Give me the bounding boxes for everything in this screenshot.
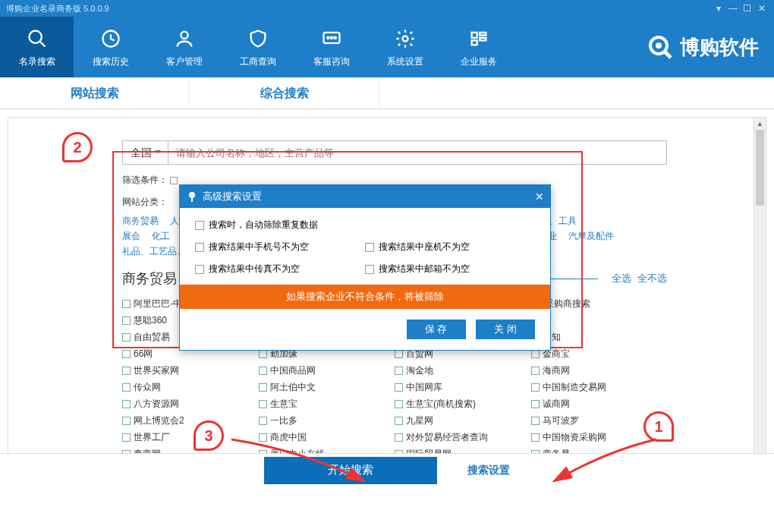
- site-label: 诚商网: [543, 395, 570, 412]
- site-checkbox[interactable]: [259, 417, 267, 425]
- scroll-thumb[interactable]: [756, 130, 764, 206]
- modal-close-icon[interactable]: ✕: [535, 190, 544, 203]
- pin-icon: [186, 190, 198, 203]
- site-label: 阿里巴巴-中: [134, 295, 182, 312]
- opt-label: 搜索结果中邮箱不为空: [379, 263, 470, 275]
- scroll-up-icon[interactable]: ▲: [754, 118, 766, 130]
- nav-search[interactable]: 名录搜索: [0, 17, 74, 77]
- grid-cell: 生意宝(商机搜索): [395, 395, 531, 412]
- site-checkbox[interactable]: [122, 367, 131, 375]
- site-checkbox[interactable]: [259, 383, 267, 392]
- modal-title: 高级搜索设置: [203, 190, 262, 203]
- top-nav: 名录搜索 搜索历史 客户管理 工商查询 客服咨询 系统设置 企业服务 博购软件: [0, 17, 774, 77]
- nav-support[interactable]: 客服咨询: [294, 17, 368, 77]
- site-checkbox[interactable]: [395, 433, 403, 442]
- site-label: 慧聪360: [134, 312, 167, 329]
- cat-link[interactable]: 展会: [122, 231, 140, 241]
- close-icon[interactable]: ✕: [756, 3, 768, 14]
- grid-cell: 中国网库: [395, 379, 531, 395]
- grid-cell: 网上博览会2: [122, 412, 259, 429]
- site-label: 阿土伯中文: [270, 379, 316, 395]
- site-label: 世界买家网: [134, 362, 179, 379]
- clock-icon: [99, 27, 123, 51]
- site-checkbox[interactable]: [395, 350, 403, 358]
- search-input[interactable]: [168, 141, 666, 164]
- grid-cell: 对外贸易经营者查询: [395, 429, 531, 445]
- maximize-icon[interactable]: ☐: [741, 3, 754, 14]
- site-checkbox[interactable]: [122, 383, 131, 392]
- site-label: 八方资源网: [134, 395, 179, 412]
- site-checkbox[interactable]: [531, 400, 540, 408]
- close-button[interactable]: 关 闭: [476, 320, 535, 339]
- site-label: 网上博览会2: [134, 412, 184, 429]
- site-label: 中国制造交易网: [543, 379, 606, 395]
- dropdown-icon[interactable]: ▾: [713, 3, 725, 14]
- grid-row: 世界工厂商虎中国对外贸易经营者查询中国物资采购网: [122, 429, 667, 445]
- site-checkbox[interactable]: [259, 400, 267, 408]
- opt-dedup-checkbox[interactable]: [195, 221, 204, 230]
- site-checkbox[interactable]: [395, 383, 403, 392]
- svg-line-15: [665, 52, 671, 58]
- window-buttons: ▾ — ☐ ✕: [713, 3, 768, 14]
- save-button[interactable]: 保 存: [407, 320, 466, 339]
- site-checkbox[interactable]: [395, 417, 403, 425]
- opt-label: 搜索结果中传真不为空: [209, 263, 300, 275]
- scrollbar[interactable]: ▲ ▼: [754, 118, 766, 478]
- nav-enterprise[interactable]: 企业服务: [442, 17, 515, 77]
- filter-checkbox[interactable]: [170, 177, 178, 184]
- gear-icon: [393, 27, 417, 51]
- site-checkbox[interactable]: [531, 433, 540, 442]
- grid-cell: 九星网: [395, 412, 531, 429]
- select-none[interactable]: 全不选: [637, 272, 667, 285]
- opt-label: 搜索时，自动筛除重复数据: [209, 219, 318, 231]
- opt-fax-checkbox[interactable]: [195, 265, 204, 274]
- section-title: 商务贸易: [122, 269, 177, 288]
- site-checkbox[interactable]: [122, 333, 131, 342]
- svg-point-0: [29, 30, 41, 42]
- svg-rect-11: [480, 37, 486, 40]
- site-checkbox[interactable]: [531, 417, 540, 425]
- opt-landline-checkbox[interactable]: [365, 243, 374, 252]
- site-checkbox[interactable]: [259, 350, 267, 358]
- search-settings-link[interactable]: 搜索设置: [467, 464, 510, 477]
- site-checkbox[interactable]: [122, 350, 131, 358]
- opt-mobile-checkbox[interactable]: [195, 243, 204, 252]
- cat-link[interactable]: 化工: [152, 231, 170, 241]
- bottom-bar: 开始搜索 搜索设置: [0, 453, 774, 486]
- nav-business[interactable]: 工商查询: [221, 17, 294, 77]
- svg-rect-10: [480, 32, 486, 35]
- minimize-icon[interactable]: —: [727, 3, 739, 14]
- site-checkbox[interactable]: [122, 417, 131, 425]
- site-checkbox[interactable]: [395, 400, 403, 408]
- tab-combined-search[interactable]: 综合搜索: [190, 77, 379, 109]
- region-select[interactable]: 全国: [123, 141, 168, 164]
- modal-footer: 保 存 关 闭: [195, 320, 535, 339]
- site-checkbox[interactable]: [395, 367, 403, 375]
- brand-icon: [647, 33, 674, 61]
- nav-history[interactable]: 搜索历史: [74, 17, 147, 77]
- grid-cell: 金商宝: [531, 345, 668, 362]
- site-checkbox[interactable]: [259, 367, 267, 375]
- opt-email-checkbox[interactable]: [365, 265, 374, 274]
- cat-link[interactable]: 商务贸易: [122, 216, 159, 226]
- site-checkbox[interactable]: [122, 300, 131, 308]
- site-checkbox[interactable]: [122, 400, 131, 408]
- select-all[interactable]: 全选: [612, 272, 631, 285]
- cat-link[interactable]: 礼品、工艺品、: [122, 246, 186, 257]
- nav-settings[interactable]: 系统设置: [368, 17, 442, 77]
- start-search-button[interactable]: 开始搜索: [264, 457, 437, 484]
- site-checkbox[interactable]: [531, 383, 540, 392]
- site-checkbox[interactable]: [122, 433, 131, 442]
- nav-customers[interactable]: 客户管理: [147, 17, 221, 77]
- svg-point-14: [656, 42, 662, 49]
- cat-link[interactable]: 汽摩及配件: [568, 231, 614, 241]
- site-checkbox[interactable]: [531, 350, 540, 358]
- tab-website-search[interactable]: 网站搜索: [0, 77, 190, 109]
- grid-cell: -采购商搜索: [531, 295, 668, 312]
- grid-cell: 中国物资采购网: [531, 429, 668, 445]
- site-label: 对外贸易经营者查询: [406, 429, 488, 445]
- site-checkbox[interactable]: [531, 367, 540, 375]
- site-checkbox[interactable]: [259, 433, 267, 442]
- nav-label: 工商查询: [240, 55, 276, 68]
- site-checkbox[interactable]: [122, 316, 131, 325]
